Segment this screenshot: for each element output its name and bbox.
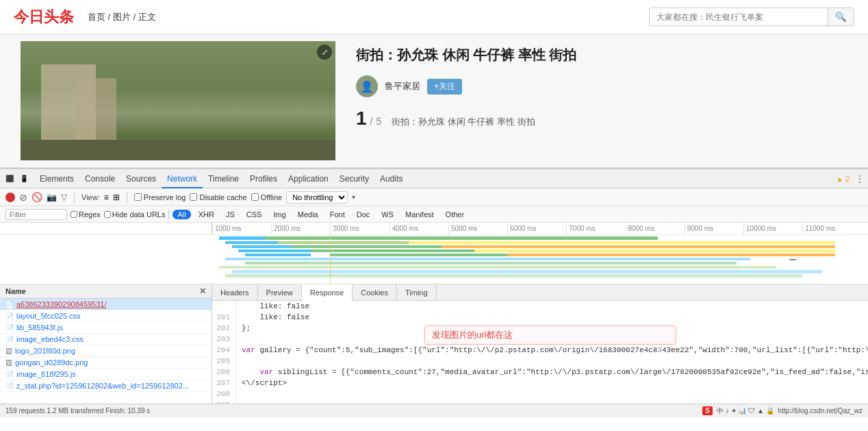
author-row: 👤 鲁平家居 +关注 — [356, 75, 854, 97]
view-label: View: — [81, 193, 100, 201]
code-line: 201 like: false — [212, 312, 868, 323]
disable-cache-checkbox[interactable] — [190, 193, 197, 201]
tick-4000: 4000 ms — [390, 223, 418, 234]
image-expand-icon[interactable]: ⤢ — [317, 45, 332, 60]
tick-11000: 11000 ms — [802, 223, 835, 234]
throttle-arrow-icon: ▾ — [352, 193, 355, 201]
file-icon: 🖼 — [5, 359, 12, 367]
filter-font-btn[interactable]: Font — [326, 210, 349, 219]
tab-application[interactable]: Application — [283, 169, 334, 188]
view-list-icon[interactable]: ≡ — [104, 193, 109, 202]
code-line: 202 }; — [212, 323, 868, 334]
file-name: layout_5fcc025.css — [16, 312, 81, 320]
filter-css-btn[interactable]: CSS — [242, 210, 266, 219]
csdn-logo: S — [702, 406, 713, 415]
filter-xhr-btn[interactable]: XHR — [194, 210, 218, 219]
devtools-inspect-icon[interactable]: ⬛ — [5, 174, 14, 184]
filter-js-btn[interactable]: JS — [222, 210, 239, 219]
search-button[interactable]: 🔍 — [828, 8, 854, 25]
file-row[interactable]: 📄 layout_5fcc025.css — [0, 310, 212, 322]
stop-icon[interactable]: ⊘ — [19, 192, 27, 203]
search-bar: 🔍 — [649, 8, 854, 26]
camera-icon[interactable]: 📷 — [47, 193, 57, 202]
hide-data-checkbox[interactable] — [104, 211, 111, 218]
article-title: 街拍：孙允珠 休闲 牛仔裤 率性 街拍 — [356, 45, 854, 65]
search-input[interactable] — [650, 9, 828, 25]
preserve-log-label[interactable]: Preserve log — [134, 193, 186, 201]
tab-audits[interactable]: Audits — [374, 169, 408, 188]
status-text: 159 requests 1.2 MB transferred Finish: … — [5, 407, 150, 415]
clear-icon[interactable]: 🚫 — [31, 192, 42, 202]
file-row[interactable]: 🖼 logo_201f80d.png — [0, 345, 212, 357]
tab-security[interactable]: Security — [334, 169, 374, 188]
website-bar: 今日头条 首页 / 图片 / 正文 🔍 — [0, 0, 868, 34]
tick-1000: 1000 ms — [212, 223, 241, 234]
tab-cookies[interactable]: Cookies — [353, 284, 397, 301]
file-row[interactable]: 📄 image_ebed4c3.css — [0, 334, 212, 345]
filter-separator — [168, 210, 169, 219]
filter-input[interactable] — [5, 209, 67, 220]
devtools-toolbar: ⊘ 🚫 📷 ▽ View: ≡ ⊞ Preserve log Disable c… — [0, 188, 868, 206]
filter-media-btn[interactable]: Media — [294, 210, 322, 219]
warning-badge[interactable]: ▲ 2 — [836, 175, 850, 183]
article-image: ⤢ — [21, 41, 335, 160]
record-icon[interactable] — [5, 193, 15, 202]
file-name: logo_201f80d.png — [15, 347, 75, 355]
tab-elements[interactable]: Elements — [34, 169, 79, 188]
filter-ws-btn[interactable]: WS — [377, 210, 398, 219]
throttle-select[interactable]: No throttling Fast 3G Slow 3G Offline — [286, 191, 348, 204]
filter-manifest-btn[interactable]: Manifest — [401, 210, 438, 219]
file-icon: 📄 — [5, 371, 14, 378]
filter-doc-btn[interactable]: Doc — [353, 210, 374, 219]
offline-checkbox[interactable] — [251, 193, 259, 201]
follow-button[interactable]: +关注 — [427, 79, 462, 95]
code-line: like: false — [212, 301, 868, 312]
code-line-207: 207 <\/script> — [212, 378, 868, 389]
author-name: 鲁平家居 — [385, 80, 420, 93]
filter-img-btn[interactable]: Img — [269, 210, 290, 219]
tick-10000: 10000 ms — [743, 223, 776, 234]
view-grid-icon[interactable]: ⊞ — [113, 193, 120, 202]
code-panel-tabs: Headers Preview Response Cookies Timing — [212, 284, 868, 301]
tab-network[interactable]: Network — [162, 169, 203, 188]
code-line-204: 204 var gallery = {"count":5,"sub_images… — [212, 345, 868, 356]
file-name: image_ebed4c3.css — [16, 335, 84, 343]
tab-timing[interactable]: Timing — [397, 284, 437, 301]
filter-other-btn[interactable]: Other — [442, 210, 469, 219]
tab-preview[interactable]: Preview — [258, 284, 302, 301]
regex-label[interactable]: Regex — [71, 210, 101, 219]
status-icons: 中 ♪ ✦ 📊 🛡 ▲ 🔒 — [717, 406, 774, 416]
tick-3000: 3000 ms — [330, 223, 359, 234]
tab-profiles[interactable]: Profiles — [244, 169, 283, 188]
tab-timeline[interactable]: Timeline — [203, 169, 244, 188]
file-row[interactable]: 📄 a63862333902908459531/ — [0, 299, 212, 310]
site-logo[interactable]: 今日头条 — [14, 7, 74, 27]
tick-5000: 5000 ms — [448, 223, 477, 234]
file-row[interactable]: 🖼 gongan_d0289dc.png — [0, 357, 212, 369]
disable-cache-label[interactable]: Disable cache — [190, 193, 246, 201]
tab-console[interactable]: Console — [79, 169, 120, 188]
filter-all-btn[interactable]: All — [173, 210, 190, 219]
regex-checkbox[interactable] — [71, 211, 77, 218]
file-row[interactable]: 📄 lib_585943f.js — [0, 322, 212, 334]
close-list-icon[interactable]: ✕ — [199, 286, 206, 296]
offline-label[interactable]: Offline — [251, 193, 283, 201]
toolbar-separator-2 — [127, 192, 127, 203]
devtools-device-icon[interactable]: 📱 — [19, 174, 29, 184]
tab-response[interactable]: Response — [302, 284, 353, 301]
tab-headers[interactable]: Headers — [212, 284, 258, 301]
code-line: 205 — [212, 356, 868, 367]
file-row[interactable]: 📄 image_618f295.js — [0, 369, 212, 380]
tab-sources[interactable]: Sources — [120, 169, 162, 188]
hide-data-label[interactable]: Hide data URLs — [104, 210, 166, 219]
more-icon[interactable]: ⋮ — [855, 173, 865, 184]
code-panel: Headers Preview Response Cookies Timing … — [212, 284, 868, 404]
file-row[interactable]: 📄 z_stat.php?id=1259612802&web_id=125961… — [0, 380, 212, 392]
file-icon: 📄 — [5, 336, 14, 343]
file-list-header: Name ✕ — [0, 284, 212, 299]
preserve-log-checkbox[interactable] — [134, 193, 142, 201]
filter-icon[interactable]: ▽ — [61, 193, 67, 202]
file-icon: 📄 — [5, 382, 14, 390]
status-url: http://blog.csdn.net/Qaz_wz — [778, 407, 863, 415]
file-name: image_618f295.js — [16, 370, 76, 378]
